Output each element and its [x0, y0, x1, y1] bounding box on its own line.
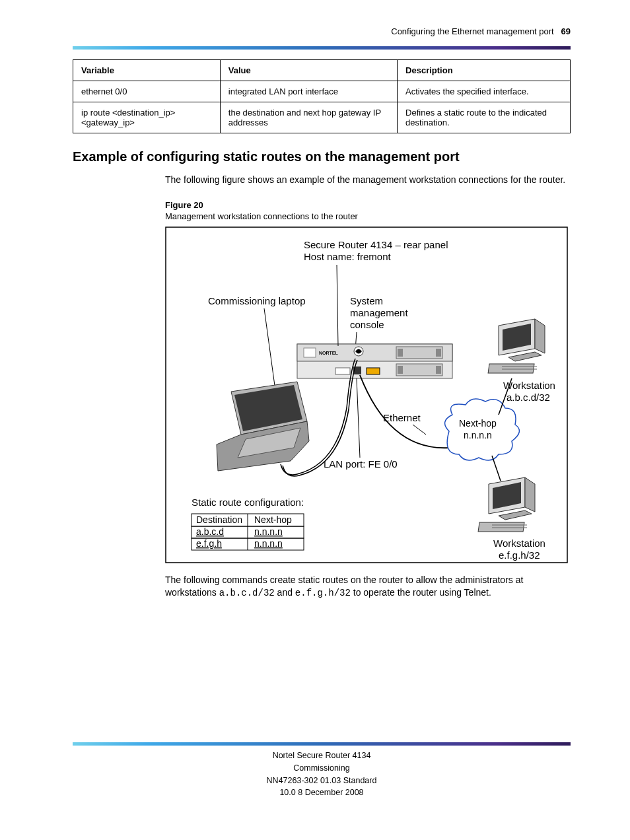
static-route-label: Static route configuration:: [192, 497, 304, 508]
table-header: Value: [220, 60, 397, 81]
ethernet-label: Ethernet: [383, 412, 421, 423]
table-header: Variable: [73, 60, 221, 81]
variable-table: Variable Value Description ethernet 0/0 …: [73, 59, 571, 133]
laptop-icon: [211, 382, 309, 471]
table-row: ip route <destination_ip> <gateway_ip> t…: [73, 102, 571, 133]
footer-bar: [73, 742, 571, 746]
cloud: Next-hop n.n.n.n: [445, 399, 520, 460]
svg-rect-5: [304, 348, 316, 357]
workstation2-label1: Workstation: [493, 538, 545, 549]
laptop-label: Commissioning laptop: [208, 295, 306, 306]
router-label-1: Secure Router 4134 – rear panel: [304, 239, 448, 250]
svg-text:Next-hop: Next-hop: [254, 514, 292, 525]
static-route-table: Destination Next-hop a.b.c.d n.n.n.n e.f…: [192, 514, 304, 550]
figure-label: Figure 20: [165, 200, 571, 210]
figure-title: Management workstation connections to th…: [165, 211, 571, 221]
console-label-2: management: [350, 307, 408, 318]
header-title: Configuring the Ethernet management port: [391, 26, 553, 36]
svg-rect-20: [488, 364, 534, 373]
table-header: Description: [398, 60, 571, 81]
workstation-icon: [488, 319, 545, 373]
svg-rect-24: [478, 522, 524, 532]
table-cell: Defines a static route to the indicated …: [398, 102, 571, 133]
table-cell: ethernet 0/0: [73, 81, 221, 102]
console-label-3: console: [350, 319, 384, 330]
router-label-2: Host name: fremont: [304, 251, 392, 262]
page-number: 69: [561, 26, 571, 36]
svg-rect-13: [436, 366, 441, 374]
workstation-icon: [478, 477, 535, 532]
figure: Secure Router 4134 – rear panel Host nam…: [165, 227, 568, 563]
svg-line-27: [492, 456, 501, 481]
post-figure-body: The following commands create static rou…: [165, 574, 571, 600]
svg-text:e.f.g.h: e.f.g.h: [196, 538, 222, 549]
table-cell: the destination and next hop gateway IP …: [220, 102, 397, 133]
svg-rect-14: [335, 368, 350, 374]
page-header: Configuring the Ethernet management port…: [0, 0, 630, 43]
svg-rect-9: [398, 349, 403, 357]
svg-text:n.n.n.n: n.n.n.n: [254, 538, 283, 549]
table-cell: ip route <destination_ip> <gateway_ip>: [73, 102, 221, 133]
svg-rect-16: [367, 368, 380, 374]
table-header-row: Variable Value Description: [73, 60, 571, 81]
lan-port-label: LAN port: FE 0/0: [324, 458, 398, 470]
console-label-1: System: [350, 295, 383, 306]
footer-line: Commissioning: [73, 762, 571, 775]
body-text: The following figure shows an example of…: [165, 174, 571, 187]
table-row: ethernet 0/0 integrated LAN port interfa…: [73, 81, 571, 102]
svg-text:NORTEL: NORTEL: [319, 351, 339, 355]
footer-line: Nortel Secure Router 4134: [73, 750, 571, 762]
svg-rect-12: [398, 366, 403, 374]
svg-line-17: [337, 265, 338, 346]
footer-line: 10.0 8 December 2008: [73, 787, 571, 799]
footer-line: NN47263-302 01.03 Standard: [73, 775, 571, 787]
svg-text:Destination: Destination: [196, 514, 242, 525]
svg-text:a.b.c.d: a.b.c.d: [196, 526, 224, 537]
section-heading: Example of configuring static routes on …: [73, 149, 571, 164]
svg-text:n.n.n.n: n.n.n.n: [254, 526, 283, 537]
workstation2-label2: e.f.g.h/32: [499, 549, 540, 561]
footer: Nortel Secure Router 4134 Commissioning …: [73, 750, 571, 799]
svg-line-18: [357, 378, 360, 458]
table-cell: integrated LAN port interface: [220, 81, 397, 102]
table-cell: Activates the specified interface.: [398, 81, 571, 102]
nexthop-label-2: n.n.n.n: [464, 430, 492, 440]
svg-rect-8: [396, 347, 442, 359]
svg-rect-11: [396, 364, 442, 376]
svg-line-19: [413, 425, 426, 435]
workstation1-label2: a.b.c.d/32: [507, 392, 550, 403]
svg-rect-10: [436, 349, 441, 357]
router-chassis: NORTEL: [297, 344, 452, 378]
nexthop-label-1: Next-hop: [459, 418, 497, 429]
